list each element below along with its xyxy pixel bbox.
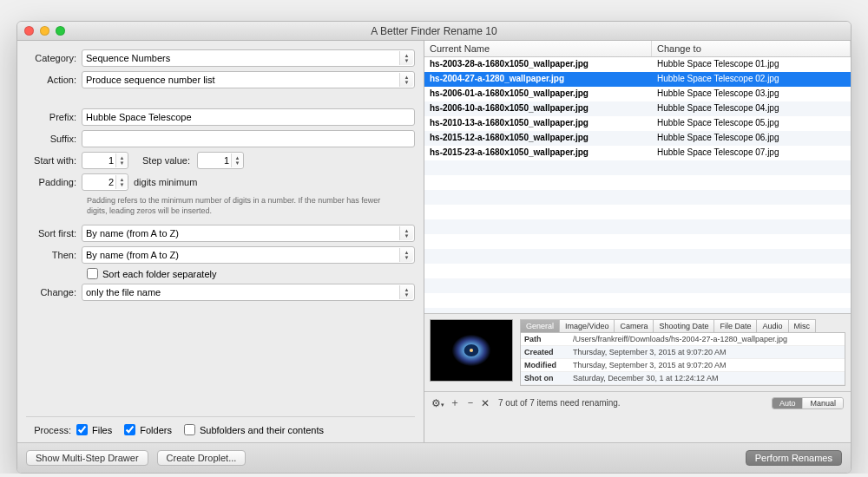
tab-audio[interactable]: Audio — [756, 319, 788, 332]
folders-checkbox[interactable]: Folders — [124, 424, 172, 435]
app-window: A Better Finder Rename 10 Category: Sequ… — [16, 21, 852, 474]
titlebar[interactable]: A Better Finder Rename 10 — [17, 22, 851, 41]
seg-auto[interactable]: Auto — [773, 398, 804, 408]
table-row[interactable]: hs-2004-27-a-1280_wallpaper.jpgHubble Sp… — [424, 72, 851, 87]
subfolders-checkbox[interactable]: Subfolders and their contents — [184, 424, 324, 435]
action-label: Action: — [26, 75, 82, 85]
tab-file-date[interactable]: File Date — [713, 319, 757, 332]
folders-input[interactable] — [124, 424, 135, 435]
nebula-icon — [441, 327, 502, 374]
subfolders-label: Subfolders and their contents — [200, 425, 324, 435]
category-select[interactable]: Sequence Numbers — [82, 49, 415, 67]
table-row-empty — [424, 160, 851, 175]
table-row[interactable]: hs-2003-28-a-1680x1050_wallpaper.jpgHubb… — [424, 57, 851, 72]
change-label: Change: — [26, 287, 82, 297]
table-header: Current Name Change to — [424, 41, 851, 57]
sortfirst-select[interactable]: By name (from A to Z) — [82, 225, 415, 242]
stepvalue-label: Step value: — [128, 155, 197, 166]
meta-row: CreatedThursday, September 3, 2015 at 9:… — [521, 346, 845, 359]
prefix-input[interactable] — [82, 108, 415, 126]
preview-panel: Current Name Change to hs-2003-28-a-1680… — [424, 41, 851, 442]
show-drawer-button[interactable]: Show Multi-Step Drawer — [26, 450, 148, 466]
startwith-stepper[interactable] — [82, 152, 128, 169]
table-row[interactable]: hs-2015-12-a-1680x1050_wallpaper.jpgHubb… — [424, 131, 851, 146]
table-row[interactable]: hs-2006-01-a-1680x1050_wallpaper.jpgHubb… — [424, 87, 851, 101]
perform-renames-button[interactable]: Perform Renames — [746, 450, 842, 466]
table-row-empty — [424, 219, 851, 234]
window-title: A Better Finder Rename 10 — [17, 25, 851, 37]
suffix-input[interactable] — [82, 130, 415, 147]
table-row-empty — [424, 293, 851, 308]
prefix-label: Prefix: — [26, 112, 82, 122]
files-label: Files — [92, 425, 112, 435]
bottom-toolbar: Show Multi-Step Drawer Create Droplet...… — [17, 442, 851, 473]
detail-tabs: GeneralImage/VideoCameraShooting DateFil… — [520, 319, 845, 332]
files-input[interactable] — [76, 424, 88, 435]
process-label: Process: — [26, 425, 76, 435]
startwith-label: Start with: — [26, 155, 82, 166]
settings-panel: Category: Sequence Numbers ▲▼ Action: Pr… — [17, 41, 424, 442]
status-text: 7 out of 7 items need renaming. — [498, 398, 621, 408]
sortfirst-label: Sort first: — [26, 228, 82, 238]
meta-row: Shot onSaturday, December 30, 1 at 12:24… — [521, 372, 845, 385]
seg-manual[interactable]: Manual — [803, 398, 843, 408]
image-preview[interactable] — [430, 319, 513, 382]
folders-label: Folders — [140, 425, 172, 435]
table-row-empty — [424, 249, 851, 264]
table-row[interactable]: hs-2010-13-a-1680x1050_wallpaper.jpgHubb… — [424, 116, 851, 131]
digits-min-label: digits minimum — [128, 177, 204, 187]
sort-each-checkbox[interactable]: Sort each folder separately — [87, 268, 216, 279]
tab-general[interactable]: General — [520, 319, 560, 332]
metadata-table: Path/Users/frankreiff/Downloads/hs-2004-… — [520, 332, 845, 386]
auto-manual-segment: Auto Manual — [772, 397, 844, 409]
stepvalue-stepper[interactable] — [197, 152, 244, 169]
padding-help-text: Padding refers to the minimum number of … — [87, 195, 391, 216]
rename-table[interactable]: hs-2003-28-a-1680x1050_wallpaper.jpgHubb… — [424, 57, 851, 314]
col-current-name[interactable]: Current Name — [424, 41, 652, 56]
minimize-icon[interactable] — [40, 26, 49, 36]
table-row-empty — [424, 175, 851, 190]
tab-image-video[interactable]: Image/Video — [559, 319, 615, 332]
padding-label: Padding: — [26, 177, 82, 187]
files-checkbox[interactable]: Files — [76, 424, 112, 435]
tab-camera[interactable]: Camera — [614, 319, 654, 332]
add-icon[interactable]: ＋ — [450, 395, 460, 410]
then-select[interactable]: By name (from A to Z) — [82, 246, 415, 264]
zoom-icon[interactable] — [56, 26, 65, 36]
action-select[interactable]: Produce sequence number list — [82, 71, 415, 88]
window-controls — [24, 26, 65, 36]
meta-row: ModifiedThursday, September 3, 2015 at 9… — [521, 359, 845, 372]
subfolders-input[interactable] — [184, 424, 195, 435]
table-row-empty — [424, 264, 851, 278]
tab-shooting-date[interactable]: Shooting Date — [653, 319, 714, 332]
tab-misc[interactable]: Misc — [788, 319, 817, 332]
table-row-empty — [424, 234, 851, 249]
remove-icon[interactable]: － — [465, 395, 476, 410]
padding-stepper[interactable] — [82, 173, 128, 191]
change-select[interactable]: only the file name — [82, 284, 415, 301]
gear-icon[interactable]: ⚙▾ — [431, 397, 444, 409]
detail-pane: GeneralImage/VideoCameraShooting DateFil… — [424, 314, 851, 392]
table-row-empty — [424, 308, 851, 314]
table-row-empty — [424, 205, 851, 219]
suffix-label: Suffix: — [26, 134, 82, 144]
table-row-empty — [424, 190, 851, 205]
close-icon[interactable] — [24, 26, 34, 36]
clear-icon[interactable]: ✕ — [481, 397, 490, 409]
table-row[interactable]: hs-2006-10-a-1680x1050_wallpaper.jpgHubb… — [424, 101, 851, 116]
then-label: Then: — [26, 250, 82, 260]
meta-row: Path/Users/frankreiff/Downloads/hs-2004-… — [521, 333, 845, 346]
category-label: Category: — [26, 53, 82, 63]
col-change-to[interactable]: Change to — [652, 41, 851, 56]
create-droplet-button[interactable]: Create Droplet... — [157, 450, 247, 466]
table-row[interactable]: hs-2015-23-a-1680x1050_wallpaper.jpgHubb… — [424, 146, 851, 160]
sort-each-label: Sort each folder separately — [102, 269, 216, 279]
svg-point-3 — [470, 349, 473, 352]
sort-each-input[interactable] — [87, 268, 98, 279]
table-row-empty — [424, 278, 851, 293]
status-bar: ⚙▾ ＋ － ✕ 7 out of 7 items need renaming.… — [424, 392, 851, 414]
